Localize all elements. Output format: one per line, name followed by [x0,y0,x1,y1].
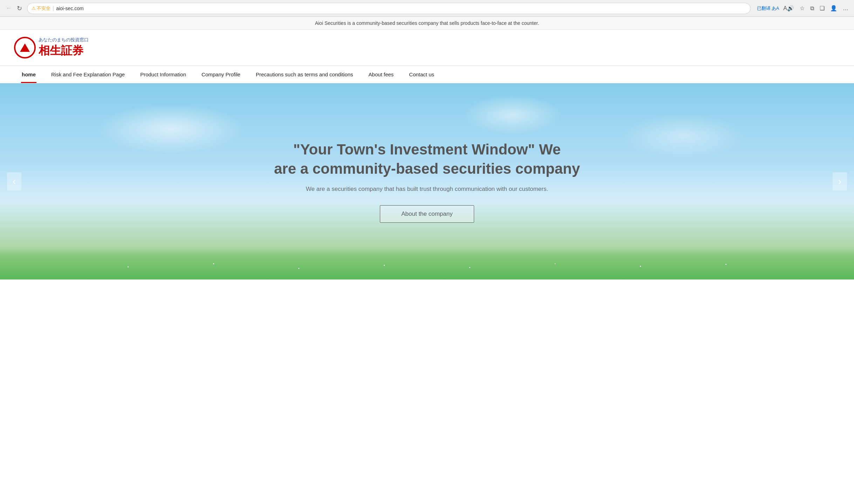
url-text: aioi-sec.com [56,6,746,11]
nav-item-about-fees-label: About fees [369,71,394,77]
nav-item-company-profile-label: Company Profile [201,71,240,77]
browser-chrome: ← ↻ ⚠ 不安全 | aioi-sec.com 已翻译 あA A🔊 ☆ ⧉ ❏… [0,0,854,17]
nav-item-company-profile[interactable]: Company Profile [194,66,248,83]
translate-label: 已翻译 [757,5,771,12]
hero-title-line1: "Your Town's Investment Window" We [293,141,561,158]
carousel-prev-button[interactable]: ‹ [7,172,21,191]
grass-overlay [0,248,854,279]
nav-item-home[interactable]: home [14,66,43,83]
nav-item-contact[interactable]: Contact us [401,66,442,83]
security-warning: ⚠ 不安全 [32,5,50,12]
nav-item-risk-fee[interactable]: Risk and Fee Explanation Page [43,66,132,83]
logo-container[interactable]: あなたのまちの投資窓口 相生証券 [14,37,89,58]
logo-circle-icon [14,37,36,58]
address-bar[interactable]: ⚠ 不安全 | aioi-sec.com [27,3,751,14]
read-aloud-button[interactable]: A🔊 [782,4,795,13]
logo-triangle-icon [20,43,30,52]
info-bar-text: Aioi Securities is a community-based sec… [315,20,539,26]
site-nav: home Risk and Fee Explanation Page Produ… [0,65,854,83]
nav-item-about-fees[interactable]: About fees [361,66,402,83]
collections-button[interactable]: ❏ [818,4,826,13]
profile-button[interactable]: 👤 [829,4,839,13]
hero-cta-button[interactable]: About the company [380,205,474,223]
hero-cta-label: About the company [401,210,452,217]
nav-item-precautions-label: Precautions such as terms and conditions [256,71,353,77]
logo-text: あなたのまちの投資窓口 相生証券 [39,37,89,58]
security-label: 不安全 [37,5,50,12]
hero-content: "Your Town's Investment Window" We are a… [267,126,587,236]
hero-title: "Your Town's Investment Window" We are a… [274,140,580,178]
back-button[interactable]: ← [4,3,13,13]
refresh-button[interactable]: ↻ [15,3,23,14]
hero-subtitle: We are a securities company that has bui… [274,186,580,193]
nav-item-home-label: home [22,71,36,77]
favorite-button[interactable]: ☆ [798,4,806,13]
carousel-next-button[interactable]: › [833,172,847,191]
nav-item-risk-fee-label: Risk and Fee Explanation Page [51,71,125,77]
logo-tagline: あなたのまちの投資窓口 [39,37,89,43]
nav-item-precautions[interactable]: Precautions such as terms and conditions [248,66,361,83]
nav-item-product-info[interactable]: Product Information [132,66,194,83]
grass-flowers [0,248,854,279]
nav-item-contact-label: Contact us [409,71,434,77]
hero-section: ‹ "Your Town's Investment Window" We are… [0,83,854,279]
site-header: あなたのまちの投資窓口 相生証券 [0,30,854,65]
nav-item-product-info-label: Product Information [140,71,186,77]
browser-nav: ← ↻ [4,3,23,14]
logo-name: 相生証券 [39,43,89,58]
translate-icon: あA [772,5,779,12]
info-bar: Aioi Securities is a community-based sec… [0,17,854,30]
hero-title-line2: are a community-based securities company [274,160,580,177]
separator: | [53,5,54,12]
split-view-button[interactable]: ⧉ [809,4,815,13]
warning-icon: ⚠ [32,6,36,11]
browser-actions: 已翻译 あA A🔊 ☆ ⧉ ❏ 👤 … [757,4,850,13]
more-button[interactable]: … [841,4,850,13]
translate-button[interactable]: 已翻译 あA [757,5,779,12]
